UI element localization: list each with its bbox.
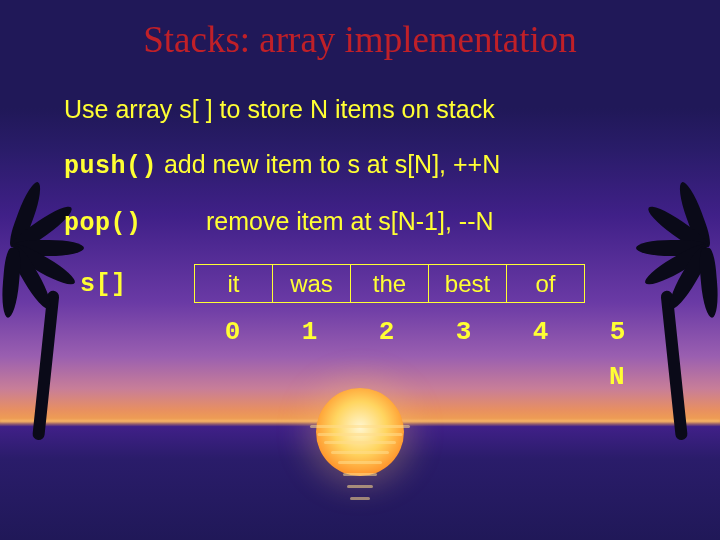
array-cell: it [195,265,273,303]
array-cell: of [507,265,585,303]
code-pop-fn: pop() [64,209,184,238]
array-name-label: s[] [80,270,127,299]
array-cell: best [429,265,507,303]
array-diagram: s[] it was the best of 0 1 2 3 4 5 N [64,264,656,347]
slide-content: Stacks: array implementation Use array s… [0,0,720,347]
text-use-array: Use array s[ ] to store N items on stack [64,95,656,124]
index-label: 0 [194,317,271,347]
array-cells: it was the best of [194,264,585,303]
code-push-fn: push() [64,152,157,181]
array-cell: was [273,265,351,303]
index-label: 2 [348,317,425,347]
index-label: 5 [579,317,656,347]
text-pop: pop()remove item at s[N-1], --N [64,207,656,238]
index-label: 1 [271,317,348,347]
page-title: Stacks: array implementation [64,18,656,61]
text-push-desc: add new item to s at s[N], ++N [157,150,500,178]
text-push: push() add new item to s at s[N], ++N [64,150,656,181]
array-cell: the [351,265,429,303]
array-indices: 0 1 2 3 4 5 [194,317,656,347]
text-pop-desc: remove item at s[N-1], --N [206,207,494,235]
index-label: 3 [425,317,502,347]
n-pointer-label: N [609,362,625,392]
index-label: 4 [502,317,579,347]
